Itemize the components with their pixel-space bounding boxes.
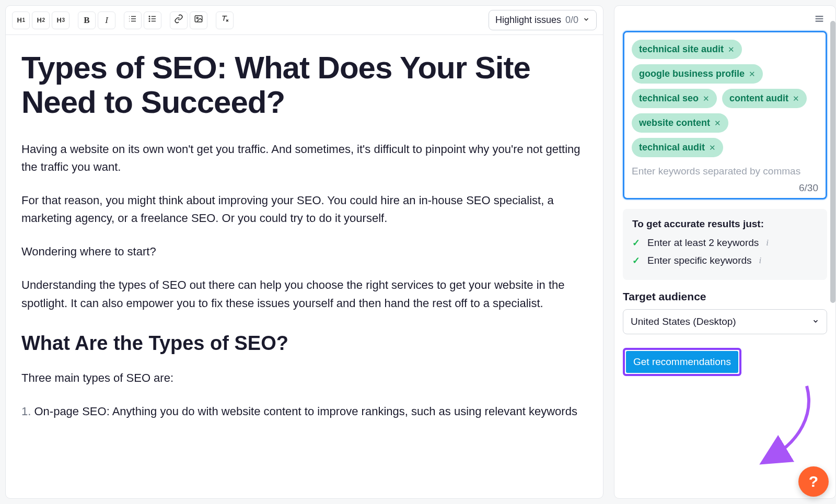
keyword-tag: technical audit✕ <box>632 138 723 157</box>
ordered-list-button[interactable] <box>124 11 142 29</box>
highlight-issues-count: 0/0 <box>565 15 578 26</box>
article-subheading: What Are the Types of SEO? <box>21 328 587 359</box>
link-button[interactable] <box>170 11 188 29</box>
keyword-text-input[interactable] <box>632 163 818 180</box>
article-paragraph: Three main types of SEO are: <box>21 369 587 387</box>
remove-tag-icon[interactable]: ✕ <box>728 45 735 54</box>
remove-tag-icon[interactable]: ✕ <box>703 94 710 103</box>
unordered-list-button[interactable] <box>144 11 161 29</box>
ordered-list-icon <box>128 14 137 26</box>
keyword-tag: google business profile✕ <box>632 64 763 84</box>
check-icon: ✓ <box>632 237 640 249</box>
hint-row: ✓ Enter specific keywords i <box>632 255 818 266</box>
remove-tag-icon[interactable]: ✕ <box>793 94 799 103</box>
h2-button[interactable]: H2 <box>32 11 50 29</box>
svg-point-4 <box>196 17 198 19</box>
sidebar-menu-button[interactable] <box>811 12 827 28</box>
hint-card-title: To get accurate results just: <box>632 218 818 230</box>
clear-format-icon <box>220 14 229 26</box>
hint-text: Enter at least 2 keywords <box>647 237 759 249</box>
hint-card: To get accurate results just: ✓ Enter at… <box>623 209 827 280</box>
article-paragraph: Wondering where to start? <box>21 243 587 261</box>
image-button[interactable] <box>190 11 207 29</box>
keyword-tag: technical site audit✕ <box>632 40 742 59</box>
chevron-down-icon <box>812 316 819 327</box>
keyword-tag-label: website content <box>639 118 710 128</box>
keyword-count: 6/30 <box>632 182 818 194</box>
remove-tag-icon[interactable]: ✕ <box>709 143 716 153</box>
target-audience-label: Target audience <box>623 290 827 303</box>
h3-button[interactable]: H3 <box>52 11 69 29</box>
get-recommendations-button[interactable]: Get recommendations <box>626 351 738 373</box>
link-icon <box>174 14 183 26</box>
remove-tag-icon[interactable]: ✕ <box>714 119 721 128</box>
editor-content[interactable]: Types of SEO: What Does Your Site Need t… <box>6 35 603 447</box>
article-list-item: 1. On-page SEO: Anything you do with web… <box>21 403 587 420</box>
svg-point-1 <box>149 18 150 19</box>
italic-button[interactable]: I <box>98 11 115 29</box>
keyword-tag-label: google business profile <box>639 68 745 79</box>
check-icon: ✓ <box>632 255 640 266</box>
hint-row: ✓ Enter at least 2 keywords i <box>632 237 818 249</box>
keyword-tag-label: technical audit <box>639 142 705 153</box>
info-icon[interactable]: i <box>766 238 769 248</box>
hint-text: Enter specific keywords <box>647 255 752 266</box>
article-paragraph: For that reason, you might think about i… <box>21 192 587 227</box>
svg-point-0 <box>149 16 150 17</box>
unordered-list-icon <box>148 14 157 26</box>
editor-panel: H1 H2 H3 B I <box>5 5 603 499</box>
highlight-issues-label: Highlight issues <box>495 15 561 26</box>
chevron-down-icon <box>583 16 590 25</box>
keyword-input-box[interactable]: technical site audit✕google business pro… <box>623 31 827 200</box>
help-button[interactable]: ? <box>798 466 829 497</box>
editor-toolbar: H1 H2 H3 B I <box>6 6 603 35</box>
svg-point-2 <box>149 21 150 22</box>
keyword-tag: technical seo✕ <box>632 89 717 108</box>
h1-button[interactable]: H1 <box>12 11 30 29</box>
page-scrollbar[interactable] <box>830 5 836 496</box>
sidebar-panel: technical site audit✕google business pro… <box>614 5 836 499</box>
remove-tag-icon[interactable]: ✕ <box>749 69 756 79</box>
keyword-tag-label: technical seo <box>639 93 699 104</box>
keyword-tags: technical site audit✕google business pro… <box>632 40 818 157</box>
clear-format-button[interactable] <box>216 11 234 29</box>
target-audience-value: United States (Desktop) <box>631 316 736 327</box>
article-paragraph: Having a website on its own won't get yo… <box>21 140 587 176</box>
target-audience-dropdown[interactable]: United States (Desktop) <box>623 309 827 334</box>
image-icon <box>194 14 203 26</box>
keyword-tag-label: technical site audit <box>639 44 724 55</box>
cta-highlight-frame: Get recommendations <box>623 348 741 376</box>
keyword-tag: website content✕ <box>632 113 728 133</box>
scrollbar-thumb[interactable] <box>830 21 835 303</box>
keyword-tag-label: content audit <box>729 93 788 104</box>
hamburger-icon <box>814 13 825 27</box>
info-icon[interactable]: i <box>759 255 762 266</box>
highlight-issues-dropdown[interactable]: Highlight issues 0/0 <box>489 10 597 30</box>
help-icon: ? <box>809 473 818 490</box>
article-paragraph: Understanding the types of SEO out there… <box>21 276 587 312</box>
annotation-arrow-icon <box>757 383 820 467</box>
article-title: Types of SEO: What Does Your Site Need t… <box>21 51 587 120</box>
bold-button[interactable]: B <box>78 11 96 29</box>
keyword-tag: content audit✕ <box>722 89 807 108</box>
